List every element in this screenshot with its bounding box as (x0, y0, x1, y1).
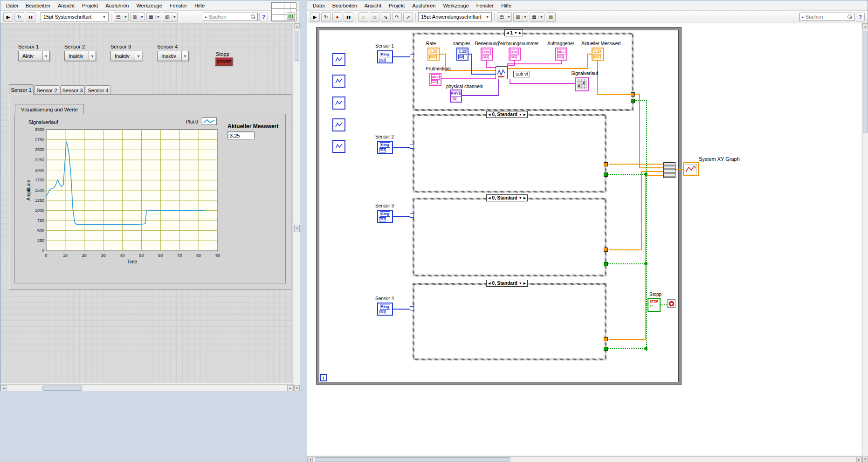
samples-terminal[interactable]: 1.23I32 (456, 48, 468, 61)
resize-objects-dropdown[interactable]: ▦▼ (146, 12, 161, 22)
bd-menu-datei[interactable]: Datei (309, 1, 329, 10)
bd-menu-projekt[interactable]: Projekt (385, 1, 408, 10)
mini-graph-node[interactable] (332, 75, 345, 88)
loop-condition-terminal[interactable] (667, 299, 675, 308)
case-structure-2[interactable] (413, 114, 606, 193)
run-button[interactable]: ▶ (3, 12, 13, 22)
sensor-ring-control-2[interactable]: Inaktiv▼ (64, 51, 96, 61)
scroll-down-button[interactable]: ▼ (862, 456, 868, 462)
physical-channels-terminal[interactable]: PHYSI/O (450, 90, 462, 103)
build-xy-graph-node[interactable] (663, 162, 675, 178)
scroll-left-button[interactable]: ◄ (307, 457, 313, 462)
align-objects-dropdown[interactable]: ▤▼ (497, 12, 512, 22)
tunnel-blue[interactable] (410, 54, 414, 58)
benennung-terminal[interactable]: abcabc (481, 48, 493, 61)
horizontal-scroll-thumb[interactable] (42, 386, 82, 391)
xy-graph-terminal[interactable] (683, 162, 699, 176)
mini-graph-node[interactable] (332, 53, 345, 66)
scroll-right-button[interactable]: ► (287, 385, 294, 391)
vertical-scroll-thumb[interactable] (863, 31, 868, 133)
case-next-icon[interactable]: ▶ (524, 113, 526, 117)
search-icon[interactable] (251, 14, 255, 19)
tunnel-orange[interactable] (604, 337, 608, 341)
chevron-down-icon[interactable]: ▼ (42, 51, 49, 61)
bd-menu-bearbeiten[interactable]: Bearbeiten (329, 1, 361, 10)
sensor-ring-control-3[interactable]: Inaktiv▼ (110, 51, 142, 61)
fp-menu-hilfe[interactable]: Hilfe (191, 1, 208, 10)
chevron-down-icon[interactable]: ▼ (89, 51, 96, 61)
case-next-icon[interactable]: ▶ (524, 282, 526, 285)
scroll-up-button[interactable]: ▲ (294, 23, 300, 29)
sensor1-ring-terminal[interactable]: Ring U16 (377, 50, 393, 63)
case2-selector[interactable]: ◀ 0, Standard ▼ ▶ (486, 111, 528, 118)
align-objects-dropdown[interactable]: ▤▼ (114, 12, 129, 22)
chart-legend-swatch[interactable] (202, 117, 217, 125)
fp-menu-ausführen[interactable]: Ausführen (102, 1, 132, 10)
chevron-down-icon[interactable]: ▼ (135, 51, 142, 61)
aktueller-messwert-terminal[interactable]: 1.23DBL (592, 48, 604, 61)
font-selector[interactable]: 15pt Systemschriftart ▼ (41, 12, 109, 21)
search-input[interactable]: ▸ Suchen (799, 13, 854, 21)
fp-menu-datei[interactable]: Datei (2, 1, 22, 10)
fp-menu-bearbeiten[interactable]: Bearbeiten (22, 1, 54, 10)
abort-button[interactable]: ● (332, 12, 342, 22)
tunnel-orange[interactable] (604, 162, 608, 166)
tunnel-blue[interactable] (410, 214, 414, 218)
measurement-value[interactable]: 3,25 (227, 131, 255, 139)
sensor4-ring-terminal[interactable]: Ring U16 (377, 303, 393, 316)
case-prev-icon[interactable]: ◀ (506, 31, 509, 35)
tab-sensor-3[interactable]: Sensor 3 (60, 85, 85, 95)
cleanup-diagram-button[interactable]: ▩ (546, 12, 556, 22)
sensor-ring-control-1[interactable]: Aktiv▼ (18, 51, 50, 61)
case-prev-icon[interactable]: ◀ (488, 196, 490, 200)
fp-menu-fenster[interactable]: Fenster (166, 1, 191, 10)
pruefmedium-terminal[interactable]: abcabc (429, 73, 441, 86)
stop-boolean-terminal[interactable]: STOP TF (648, 298, 661, 312)
fp-menu-projekt[interactable]: Projekt (78, 1, 102, 10)
step-out-button[interactable]: ⇗ (403, 12, 413, 22)
tunnel-green[interactable] (604, 172, 608, 177)
mini-graph-node[interactable] (332, 140, 345, 153)
tab-visualisierung[interactable]: Visualisierung und Werte (15, 104, 84, 114)
zeichnungsnummer-terminal[interactable]: abcabc (509, 48, 521, 61)
case3-selector[interactable]: ◀ 0, Standard ▼ ▶ (486, 194, 528, 201)
loop-iteration-terminal[interactable]: i (320, 374, 327, 381)
distribute-objects-dropdown[interactable]: ▥▼ (130, 12, 145, 22)
case4-selector[interactable]: ◀ 0, Standard ▼ ▶ (486, 280, 528, 287)
chevron-down-icon[interactable]: ▼ (181, 51, 188, 61)
horizontal-scroll-thumb[interactable] (315, 457, 510, 462)
chevron-down-icon[interactable]: ▼ (514, 31, 517, 34)
waveform-chart[interactable]: 0250500750100012501500175020002250250027… (25, 125, 220, 265)
resize-objects-dropdown[interactable]: ▦▼ (530, 12, 544, 22)
horizontal-scrollbar[interactable]: ◄ ► (307, 456, 862, 462)
fp-menu-ansicht[interactable]: Ansicht (54, 1, 78, 10)
font-selector[interactable]: 15pt Anwendungsschriftart ▼ (418, 12, 492, 21)
reorder-dropdown[interactable]: ▧▼ (163, 12, 178, 22)
block-diagram-canvas[interactable]: i Sensor 1 Ring U16 Sensor 2 Ring U16 Se… (307, 23, 861, 455)
tunnel-green[interactable] (604, 347, 608, 351)
horizontal-scrollbar[interactable]: ◄ ► (0, 384, 294, 391)
case1-selector[interactable]: ◀ 1 ▼ ▶ (504, 29, 523, 36)
scroll-up-button[interactable]: ▲ (862, 23, 868, 29)
sensor3-ring-terminal[interactable]: Ring U16 (377, 210, 393, 223)
scroll-left-button[interactable]: ◄ (0, 385, 7, 391)
distribute-objects-dropdown[interactable]: ▥▼ (513, 12, 528, 22)
case-structure-4[interactable] (413, 283, 606, 360)
chevron-down-icon[interactable]: ▼ (519, 282, 522, 285)
signalverlauf-chart-terminal[interactable] (575, 77, 589, 91)
case-next-icon[interactable]: ▶ (524, 196, 526, 200)
run-continuous-button[interactable]: ↻ (321, 12, 331, 22)
step-into-button[interactable]: ⇘ (381, 12, 391, 22)
bd-menu-fenster[interactable]: Fenster (473, 1, 497, 10)
tab-sensor-2[interactable]: Sensor 2 (34, 85, 59, 95)
pause-button[interactable]: ▮▮ (344, 12, 353, 22)
case-next-icon[interactable]: ▶ (519, 31, 521, 35)
help-button[interactable]: ? (259, 13, 268, 21)
mini-graph-node[interactable] (332, 97, 345, 110)
search-icon[interactable] (847, 14, 852, 19)
run-button[interactable]: ▶ (310, 12, 320, 22)
stop-button[interactable]: STOPP (215, 57, 233, 66)
pane-splitter-handle[interactable]: ≡ (294, 225, 300, 232)
rate-terminal[interactable]: 1.23DBL (427, 48, 440, 61)
tunnel-blue[interactable] (410, 145, 414, 149)
